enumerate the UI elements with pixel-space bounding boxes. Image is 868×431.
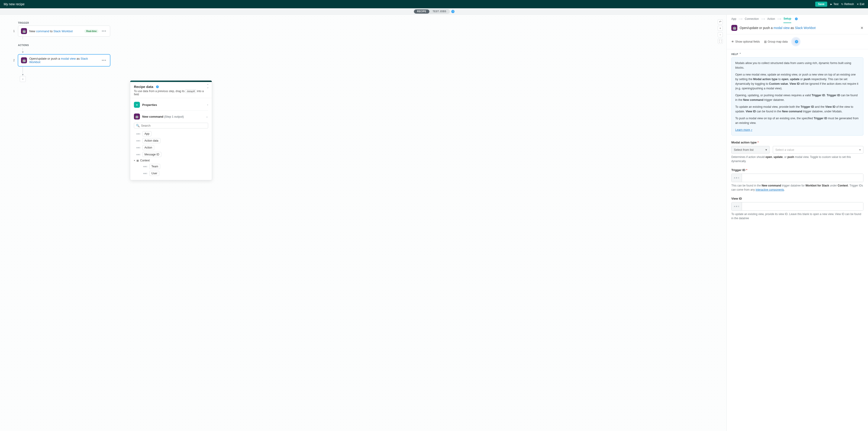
text-type-icon: A B C xyxy=(732,174,742,182)
recipe-data-panel: ⌃⌄ Recipe data ? To use data from a prev… xyxy=(130,80,212,180)
text-type-icon: A B C xyxy=(732,202,742,210)
modal-action-type-mode[interactable]: Select from list▾ xyxy=(731,146,770,154)
datapill-app[interactable]: ABCApp xyxy=(134,130,208,137)
help-toggle[interactable]: HELP⌃ xyxy=(731,53,863,56)
external-link-icon: ↗ xyxy=(750,129,752,131)
datapill-message-id[interactable]: ABCMessage ID xyxy=(134,151,208,158)
close-icon: ✕ xyxy=(857,3,859,6)
panel-resize-handle[interactable]: ⌃⌄ xyxy=(207,84,209,88)
top-tabs: RECIPE TEST JOBS ? xyxy=(0,8,868,15)
trigger-id-input[interactable] xyxy=(742,174,863,182)
fit-button[interactable]: ⛶ xyxy=(718,39,723,44)
properties-row[interactable]: ≡ Properties › xyxy=(134,100,208,109)
step-number-1: 1 xyxy=(12,30,15,33)
chevron-up-icon: ⌃ xyxy=(739,53,741,56)
tab-test-jobs[interactable]: TEST JOBS xyxy=(429,9,450,13)
trigger-label: TRIGGER xyxy=(18,22,110,24)
eye-icon: 👁 xyxy=(731,40,734,43)
view-id-desc: To update an existing view, provide its … xyxy=(731,212,863,220)
zoom-out-button[interactable]: − xyxy=(718,32,723,37)
slack-workbot-icon: 🤖 xyxy=(21,57,27,63)
topbar: My new recipe Save ►Test ↻Refresh ✕Exit xyxy=(0,0,868,8)
action-step[interactable]: 🤖 Open/update or push a modal view as Sl… xyxy=(18,54,110,66)
zoom-in-button[interactable]: + xyxy=(718,26,723,31)
group-map-data[interactable]: ▥Group map data xyxy=(764,40,788,43)
modal-action-type-desc: Determines if action should open, update… xyxy=(731,155,863,163)
save-button[interactable]: Save xyxy=(815,2,827,7)
refresh-icon: ↻ xyxy=(841,3,843,6)
datapill-search[interactable]: 🔍 xyxy=(134,123,208,129)
chevron-down-icon: ▾ xyxy=(859,148,861,152)
context-group[interactable]: ▾▦Context xyxy=(134,158,208,163)
datapill-action-data[interactable]: ABCAction data xyxy=(134,137,208,144)
crumb-connection[interactable]: Connection xyxy=(745,17,759,21)
action-step-text: Open/update or push a modal view as Slac… xyxy=(29,57,98,64)
panel-title: Recipe data xyxy=(134,85,153,89)
datapill-action[interactable]: ABCAction xyxy=(134,144,208,151)
arrow-down-icon: ▼ xyxy=(22,73,111,76)
chevron-down-icon: ⌄ xyxy=(206,115,208,118)
panel-heading: Open/update or push a modal view as Slac… xyxy=(740,26,816,30)
search-icon: 🔍 xyxy=(136,124,140,127)
modal-action-type-label: Modal action type * xyxy=(731,141,863,144)
chevron-down-icon: ▾ xyxy=(766,148,767,152)
close-panel-button[interactable]: ✕ xyxy=(860,26,863,30)
crumb-setup[interactable]: Setup xyxy=(783,17,791,23)
refresh-button[interactable]: ↻Refresh xyxy=(841,3,854,6)
slack-workbot-icon: 🤖 xyxy=(134,113,140,120)
help-icon[interactable]: ? xyxy=(156,86,159,88)
datapill-user[interactable]: ABCUser xyxy=(134,170,208,177)
slack-workbot-icon: 🤖 xyxy=(21,28,27,34)
chevron-right-icon: › xyxy=(207,103,208,106)
breadcrumb: App⟶ Connection⟶ Action⟶ Setup ? xyxy=(727,15,868,23)
recipe-title: My new recipe xyxy=(4,2,25,6)
modal-action-type-value[interactable]: Select a value▾ xyxy=(773,146,863,154)
step-menu-1[interactable]: ••• xyxy=(101,29,107,33)
test-button[interactable]: ►Test xyxy=(830,3,838,6)
help-content: Modals allow you to collect structured d… xyxy=(731,57,863,136)
panel-subtitle: To use data from a previous step, drag i… xyxy=(134,90,208,96)
exit-button[interactable]: ✕Exit xyxy=(857,3,864,6)
step-number-2: 2 xyxy=(12,59,15,62)
realtime-badge: Real-time xyxy=(84,30,98,33)
slack-workbot-icon: 🤖 xyxy=(731,25,737,31)
add-step-button[interactable]: + xyxy=(20,76,26,82)
interactive-components-link[interactable]: interactive components xyxy=(755,188,784,191)
datapill-search-input[interactable] xyxy=(141,124,206,127)
help-icon[interactable]: ? xyxy=(795,18,798,20)
properties-icon: ≡ xyxy=(134,102,140,108)
columns-icon: ▥ xyxy=(764,40,767,43)
arrow-down-icon: ▼ xyxy=(22,51,111,54)
caret-down-icon: ▾ xyxy=(134,159,135,162)
crumb-app[interactable]: App xyxy=(731,17,736,21)
help-icon[interactable]: ? xyxy=(451,10,455,13)
show-optional-fields[interactable]: 👁Show optional fields xyxy=(731,40,760,43)
tab-recipe[interactable]: RECIPE xyxy=(414,9,430,13)
trigger-id-desc: This can be found in the New command tri… xyxy=(731,184,863,192)
new-command-row[interactable]: 🤖 New command (Step 1 output) ⌄ xyxy=(134,112,208,121)
undo-button[interactable]: ↶ xyxy=(718,19,723,24)
view-id-input[interactable] xyxy=(742,202,863,210)
datapill-team[interactable]: ABCTeam xyxy=(134,163,208,170)
step-menu-2[interactable]: ••• xyxy=(101,58,107,62)
play-icon: ► xyxy=(830,3,833,5)
view-id-label: View ID xyxy=(731,197,863,200)
crumb-action[interactable]: Action xyxy=(767,17,775,21)
grid-icon: ▦ xyxy=(136,159,139,162)
highlight-ring: ? xyxy=(791,37,801,47)
canvas[interactable]: TRIGGER 1 🤖 New command to Slack Workbot… xyxy=(0,15,726,431)
learn-more-link[interactable]: Learn more↗ xyxy=(735,128,752,131)
config-panel: App⟶ Connection⟶ Action⟶ Setup ? 🤖 Open/… xyxy=(726,15,868,431)
help-icon[interactable]: ? xyxy=(795,40,798,43)
actions-label: ACTIONS xyxy=(18,44,110,46)
trigger-id-label: Trigger ID * xyxy=(731,168,863,172)
trigger-step[interactable]: 🤖 New command to Slack Workbot Real-time… xyxy=(18,26,110,37)
trigger-step-text: New command to Slack Workbot xyxy=(29,30,82,33)
